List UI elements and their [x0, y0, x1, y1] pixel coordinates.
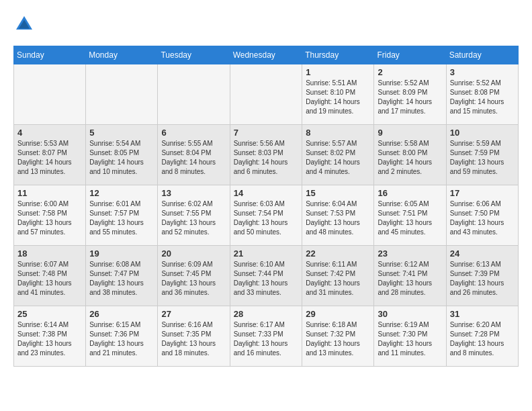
- day-number: 2: [378, 67, 442, 77]
- day-info: Sunrise: 5:51 AM Sunset: 8:10 PM Dayligh…: [306, 79, 370, 116]
- day-number: 7: [234, 128, 299, 138]
- day-info: Sunrise: 6:13 AM Sunset: 7:39 PM Dayligh…: [450, 260, 515, 298]
- day-number: 16: [378, 188, 442, 198]
- day-number: 23: [378, 248, 442, 259]
- calendar-cell: 5Sunrise: 5:54 AM Sunset: 8:05 PM Daylig…: [86, 125, 158, 185]
- day-info: Sunrise: 6:15 AM Sunset: 7:36 PM Dayligh…: [89, 320, 154, 358]
- calendar-cell: 28Sunrise: 6:17 AM Sunset: 7:33 PM Dayli…: [230, 306, 302, 367]
- calendar-cell: 29Sunrise: 6:18 AM Sunset: 7:32 PM Dayli…: [302, 306, 374, 367]
- day-number: 25: [17, 309, 82, 319]
- day-info: Sunrise: 5:55 AM Sunset: 8:04 PM Dayligh…: [161, 139, 226, 177]
- day-info: Sunrise: 5:54 AM Sunset: 8:05 PM Dayligh…: [89, 139, 154, 177]
- day-info: Sunrise: 6:01 AM Sunset: 7:57 PM Dayligh…: [89, 199, 154, 237]
- calendar-cell: 16Sunrise: 6:05 AM Sunset: 7:51 PM Dayli…: [374, 185, 446, 246]
- logo-icon: [13, 13, 35, 35]
- col-header-wednesday: Wednesday: [230, 46, 302, 64]
- day-info: Sunrise: 5:53 AM Sunset: 8:07 PM Dayligh…: [17, 139, 82, 177]
- calendar-cell: 17Sunrise: 6:06 AM Sunset: 7:50 PM Dayli…: [446, 185, 518, 246]
- day-info: Sunrise: 6:18 AM Sunset: 7:32 PM Dayligh…: [306, 320, 370, 358]
- calendar-cell: 24Sunrise: 6:13 AM Sunset: 7:39 PM Dayli…: [446, 246, 518, 306]
- calendar-cell: [230, 64, 302, 125]
- calendar-cell: 31Sunrise: 6:20 AM Sunset: 7:28 PM Dayli…: [446, 306, 518, 367]
- day-number: 4: [17, 128, 82, 138]
- calendar-week-3: 11Sunrise: 6:00 AM Sunset: 7:58 PM Dayli…: [14, 185, 519, 246]
- calendar-cell: 3Sunrise: 5:52 AM Sunset: 8:08 PM Daylig…: [446, 64, 518, 125]
- day-info: Sunrise: 5:57 AM Sunset: 8:02 PM Dayligh…: [306, 139, 370, 177]
- calendar-cell: 14Sunrise: 6:03 AM Sunset: 7:54 PM Dayli…: [230, 185, 302, 246]
- day-info: Sunrise: 6:10 AM Sunset: 7:44 PM Dayligh…: [234, 260, 299, 298]
- day-info: Sunrise: 6:04 AM Sunset: 7:53 PM Dayligh…: [306, 199, 370, 237]
- day-number: 8: [306, 128, 370, 138]
- day-number: 9: [378, 128, 442, 138]
- day-info: Sunrise: 5:52 AM Sunset: 8:09 PM Dayligh…: [378, 79, 442, 116]
- day-number: 22: [306, 248, 370, 259]
- day-info: Sunrise: 6:17 AM Sunset: 7:33 PM Dayligh…: [234, 320, 299, 358]
- calendar-cell: 25Sunrise: 6:14 AM Sunset: 7:38 PM Dayli…: [14, 306, 86, 367]
- day-number: 1: [306, 67, 370, 77]
- calendar-week-4: 18Sunrise: 6:07 AM Sunset: 7:48 PM Dayli…: [14, 246, 519, 306]
- day-number: 17: [450, 188, 515, 198]
- day-info: Sunrise: 6:19 AM Sunset: 7:30 PM Dayligh…: [378, 320, 442, 358]
- calendar-cell: 10Sunrise: 5:59 AM Sunset: 7:59 PM Dayli…: [446, 125, 518, 185]
- day-number: 19: [89, 248, 154, 259]
- day-info: Sunrise: 6:16 AM Sunset: 7:35 PM Dayligh…: [161, 320, 226, 358]
- day-info: Sunrise: 6:14 AM Sunset: 7:38 PM Dayligh…: [17, 320, 82, 358]
- day-number: 14: [234, 188, 299, 198]
- day-number: 3: [450, 67, 515, 77]
- calendar-cell: [158, 64, 230, 125]
- page-header: [13, 13, 519, 35]
- day-number: 13: [161, 188, 226, 198]
- day-info: Sunrise: 6:20 AM Sunset: 7:28 PM Dayligh…: [450, 320, 515, 358]
- day-number: 26: [89, 309, 154, 319]
- calendar-cell: 13Sunrise: 6:02 AM Sunset: 7:55 PM Dayli…: [158, 185, 230, 246]
- calendar-header: SundayMondayTuesdayWednesdayThursdayFrid…: [14, 46, 519, 64]
- day-info: Sunrise: 5:59 AM Sunset: 7:59 PM Dayligh…: [450, 139, 515, 177]
- calendar-cell: 18Sunrise: 6:07 AM Sunset: 7:48 PM Dayli…: [14, 246, 86, 306]
- day-number: 21: [234, 248, 299, 259]
- logo: [13, 13, 38, 35]
- day-info: Sunrise: 6:03 AM Sunset: 7:54 PM Dayligh…: [234, 199, 299, 237]
- calendar-cell: 26Sunrise: 6:15 AM Sunset: 7:36 PM Dayli…: [86, 306, 158, 367]
- day-number: 18: [17, 248, 82, 259]
- day-number: 27: [161, 309, 226, 319]
- day-number: 20: [161, 248, 226, 259]
- calendar-table: SundayMondayTuesdayWednesdayThursdayFrid…: [13, 46, 519, 367]
- day-number: 15: [306, 188, 370, 198]
- calendar-cell: 2Sunrise: 5:52 AM Sunset: 8:09 PM Daylig…: [374, 64, 446, 125]
- day-number: 28: [234, 309, 299, 319]
- calendar-cell: [86, 64, 158, 125]
- day-number: 31: [450, 309, 515, 319]
- day-number: 29: [306, 309, 370, 319]
- calendar-cell: 20Sunrise: 6:09 AM Sunset: 7:45 PM Dayli…: [158, 246, 230, 306]
- day-info: Sunrise: 6:11 AM Sunset: 7:42 PM Dayligh…: [306, 260, 370, 298]
- day-info: Sunrise: 6:09 AM Sunset: 7:45 PM Dayligh…: [161, 260, 226, 298]
- calendar-cell: 23Sunrise: 6:12 AM Sunset: 7:41 PM Dayli…: [374, 246, 446, 306]
- day-number: 5: [89, 128, 154, 138]
- day-info: Sunrise: 6:07 AM Sunset: 7:48 PM Dayligh…: [17, 260, 82, 298]
- col-header-thursday: Thursday: [302, 46, 374, 64]
- day-info: Sunrise: 5:58 AM Sunset: 8:00 PM Dayligh…: [378, 139, 442, 177]
- day-info: Sunrise: 6:08 AM Sunset: 7:47 PM Dayligh…: [89, 260, 154, 298]
- calendar-cell: 7Sunrise: 5:56 AM Sunset: 8:03 PM Daylig…: [230, 125, 302, 185]
- calendar-cell: 21Sunrise: 6:10 AM Sunset: 7:44 PM Dayli…: [230, 246, 302, 306]
- day-info: Sunrise: 5:56 AM Sunset: 8:03 PM Dayligh…: [234, 139, 299, 177]
- calendar-cell: [14, 64, 86, 125]
- day-number: 12: [89, 188, 154, 198]
- calendar-cell: 12Sunrise: 6:01 AM Sunset: 7:57 PM Dayli…: [86, 185, 158, 246]
- calendar-cell: 9Sunrise: 5:58 AM Sunset: 8:00 PM Daylig…: [374, 125, 446, 185]
- day-info: Sunrise: 6:12 AM Sunset: 7:41 PM Dayligh…: [378, 260, 442, 298]
- day-number: 6: [161, 128, 226, 138]
- day-info: Sunrise: 5:52 AM Sunset: 8:08 PM Dayligh…: [450, 79, 515, 116]
- calendar-cell: 4Sunrise: 5:53 AM Sunset: 8:07 PM Daylig…: [14, 125, 86, 185]
- day-info: Sunrise: 6:05 AM Sunset: 7:51 PM Dayligh…: [378, 199, 442, 237]
- calendar-week-1: 1Sunrise: 5:51 AM Sunset: 8:10 PM Daylig…: [14, 64, 519, 125]
- col-header-tuesday: Tuesday: [158, 46, 230, 64]
- calendar-cell: 22Sunrise: 6:11 AM Sunset: 7:42 PM Dayli…: [302, 246, 374, 306]
- day-number: 10: [450, 128, 515, 138]
- calendar-cell: 1Sunrise: 5:51 AM Sunset: 8:10 PM Daylig…: [302, 64, 374, 125]
- day-info: Sunrise: 6:06 AM Sunset: 7:50 PM Dayligh…: [450, 199, 515, 237]
- day-number: 30: [378, 309, 442, 319]
- calendar-cell: 15Sunrise: 6:04 AM Sunset: 7:53 PM Dayli…: [302, 185, 374, 246]
- col-header-monday: Monday: [86, 46, 158, 64]
- calendar-cell: 27Sunrise: 6:16 AM Sunset: 7:35 PM Dayli…: [158, 306, 230, 367]
